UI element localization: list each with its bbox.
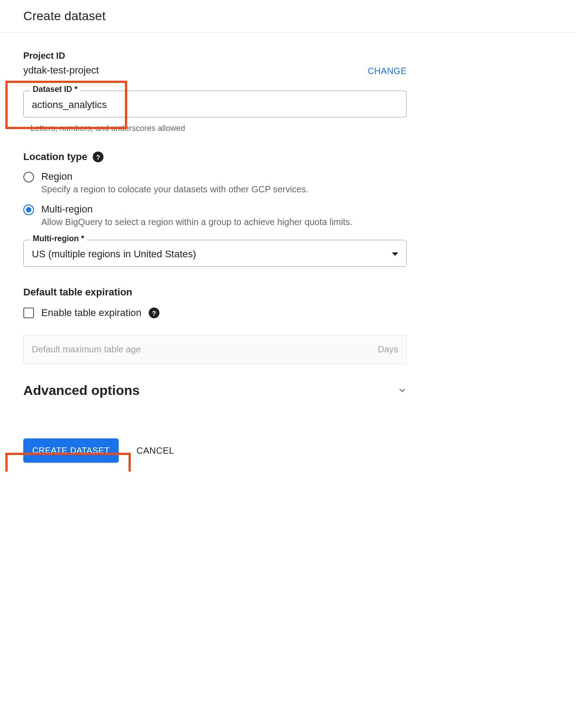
location-type-heading: Location type — [23, 151, 87, 163]
multi-region-select[interactable]: Multi-region * US (multiple regions in U… — [23, 240, 407, 267]
advanced-options-toggle[interactable]: Advanced options — [23, 383, 407, 398]
radio-multi-region-desc: Allow BigQuery to select a region within… — [41, 217, 352, 227]
enable-expiration-label: Enable table expiration — [41, 307, 142, 319]
project-id-label: Project ID — [23, 51, 99, 61]
dataset-id-label: Dataset ID * — [30, 85, 80, 94]
location-type-radio-group: Region Specify a region to colocate your… — [23, 171, 407, 227]
page-title: Create dataset — [0, 0, 576, 33]
help-icon[interactable]: ? — [149, 308, 159, 318]
multi-region-label: Multi-region * — [30, 234, 87, 243]
max-table-age-unit: Days — [378, 344, 398, 355]
change-project-button[interactable]: CHANGE — [368, 66, 407, 76]
radio-multi-region[interactable]: Multi-region Allow BigQuery to select a … — [23, 204, 407, 227]
max-table-age-placeholder: Default maximum table age — [32, 344, 141, 355]
radio-multi-region-title: Multi-region — [41, 204, 352, 215]
dataset-id-field[interactable]: Dataset ID * — [23, 91, 407, 117]
radio-circle-icon — [23, 172, 34, 182]
cancel-button[interactable]: CANCEL — [137, 446, 174, 456]
dataset-id-helper: Letters, numbers, and underscores allowe… — [30, 124, 407, 133]
max-table-age-field: Default maximum table age Days — [23, 335, 407, 364]
radio-region[interactable]: Region Specify a region to colocate your… — [23, 171, 407, 195]
multi-region-value: US (multiple regions in United States) — [32, 248, 196, 260]
radio-region-title: Region — [41, 171, 309, 182]
table-expiration-heading: Default table expiration — [23, 286, 132, 298]
chevron-down-icon — [398, 386, 407, 395]
radio-circle-selected-icon — [23, 204, 34, 215]
advanced-options-title: Advanced options — [23, 383, 140, 398]
radio-region-desc: Specify a region to colocate your datase… — [41, 184, 309, 195]
enable-expiration-checkbox[interactable] — [23, 308, 34, 318]
project-id-value: ydtak-test-project — [23, 65, 99, 76]
dropdown-caret-icon — [392, 252, 398, 256]
dataset-id-input[interactable] — [32, 99, 398, 111]
create-dataset-button[interactable]: CREATE DATASET — [23, 438, 119, 463]
help-icon[interactable]: ? — [93, 152, 103, 162]
